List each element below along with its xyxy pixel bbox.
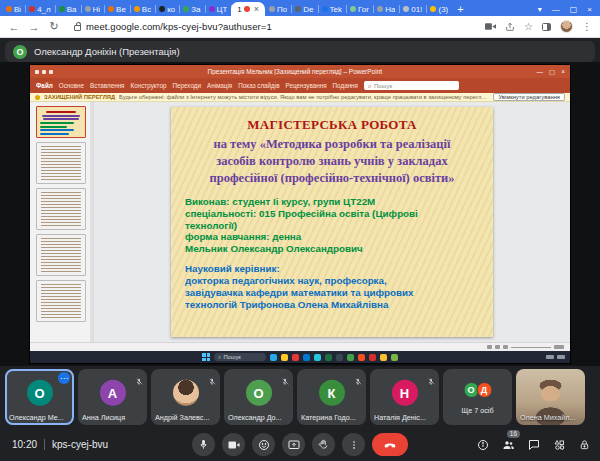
taskbar-app-icon[interactable]	[292, 354, 299, 361]
taskbar-app-icon[interactable]	[314, 354, 321, 361]
taskbar-app-icon[interactable]	[325, 354, 332, 361]
view-sorter-icon[interactable]	[495, 345, 500, 349]
tab[interactable]: ЦТ	[205, 2, 232, 16]
tab-title: 4_л	[37, 5, 51, 14]
camera-button[interactable]	[222, 433, 245, 456]
tab-active[interactable]: 1×	[231, 2, 265, 16]
slide-thumbnail-2[interactable]	[36, 142, 86, 184]
start-button[interactable]	[202, 353, 210, 361]
meeting-details-button[interactable]	[477, 439, 489, 451]
close-button[interactable]: ×	[587, 5, 592, 14]
powerpoint-window-controls[interactable]: —▢×	[537, 68, 565, 76]
participant-tile[interactable]: ООлександр Ме...⋯	[5, 369, 74, 425]
host-controls-button[interactable]	[579, 439, 590, 451]
present-button[interactable]	[282, 433, 305, 456]
profile-avatar[interactable]	[560, 20, 573, 33]
more-options-button[interactable]	[342, 433, 365, 456]
taskbar-app-icon[interactable]	[391, 354, 398, 361]
tab-title: Ва	[67, 5, 77, 14]
tab[interactable]: Ве	[104, 2, 130, 16]
browser-menu-icon[interactable]: ⋮	[582, 21, 592, 32]
participant-tile[interactable]: ККатерина Годо...	[297, 369, 366, 425]
system-tray[interactable]	[546, 351, 565, 363]
tab[interactable]: De	[291, 2, 317, 16]
ribbon-tab[interactable]: Показ слайдів	[238, 82, 279, 89]
forward-button[interactable]: →	[28, 21, 40, 33]
maximize-button[interactable]: ▢	[570, 5, 578, 14]
chrome-urlbar: ← → ↻ meet.google.com/kps-cyej-bvu?authu…	[0, 16, 600, 38]
participant-tile[interactable]: Андрій Залевс...	[151, 369, 220, 425]
address-bar[interactable]: meet.google.com/kps-cyej-bvu?authuser=1	[68, 19, 477, 35]
tab-favicon	[350, 6, 356, 12]
tab[interactable]: Ві	[2, 2, 25, 16]
activities-button[interactable]	[553, 439, 566, 451]
ribbon-tab[interactable]: Анімація	[207, 82, 232, 89]
end-call-button[interactable]	[372, 433, 408, 456]
tab[interactable]: 01!	[399, 2, 426, 16]
raise-hand-button[interactable]	[312, 433, 335, 456]
ribbon-tab[interactable]: Вставлення	[90, 82, 124, 89]
people-button[interactable]: 16	[502, 439, 515, 451]
tab-close-icon[interactable]: ×	[254, 4, 259, 14]
tab[interactable]: Ні	[81, 2, 105, 16]
taskbar-app-icon[interactable]	[281, 354, 288, 361]
tab[interactable]: 4_л	[25, 2, 55, 16]
avatar: К	[319, 380, 345, 406]
reload-button[interactable]: ↻	[48, 20, 60, 33]
tab-search-icon[interactable]: ▾	[538, 5, 542, 14]
reactions-button[interactable]	[252, 433, 275, 456]
taskbar-search[interactable]: Пошук	[214, 353, 266, 361]
ribbon-tab[interactable]: Подання	[333, 82, 358, 89]
ribbon-search-box[interactable]: Пошук	[364, 81, 459, 90]
slide-thumbnail-panel[interactable]	[30, 102, 94, 342]
participant-name: Олена Михайл...	[520, 413, 581, 422]
mic-button[interactable]	[192, 433, 215, 456]
zoom-slider[interactable]	[511, 347, 551, 348]
taskbar-app-icon[interactable]	[380, 354, 387, 361]
new-tab-button[interactable]: +	[457, 3, 463, 15]
avatar: А	[100, 380, 126, 406]
taskbar-app-icon[interactable]	[303, 354, 310, 361]
slide-thumbnail-5[interactable]	[36, 280, 86, 322]
chat-button[interactable]	[528, 439, 540, 451]
tab[interactable]: За	[179, 2, 204, 16]
minimize-button[interactable]: —	[552, 5, 560, 14]
tab[interactable]: На	[373, 2, 399, 16]
bookmark-star-icon[interactable]: ☆	[524, 21, 533, 32]
taskbar-app-icon[interactable]	[358, 354, 365, 361]
side-panel-icon[interactable]	[542, 23, 551, 31]
view-normal-icon[interactable]	[487, 345, 492, 349]
taskbar-app-icon[interactable]	[369, 354, 376, 361]
participant-tile[interactable]: ОДЩе 7 осіб	[443, 369, 512, 425]
back-button[interactable]: ←	[8, 21, 20, 33]
ribbon-tab[interactable]: Основне	[59, 82, 84, 89]
share-icon[interactable]	[505, 18, 515, 36]
ribbon-tab[interactable]: Конструктор	[131, 82, 167, 89]
slide-thumbnail-1[interactable]	[36, 106, 86, 138]
tab[interactable]: Ва	[55, 2, 81, 16]
taskbar-app-icon[interactable]	[336, 354, 343, 361]
participant-tile[interactable]: ООлександр До...	[224, 369, 293, 425]
participant-tile[interactable]: ННаталія Деніс...	[370, 369, 439, 425]
tab[interactable]: Гог	[346, 2, 373, 16]
slide-thumbnail-3[interactable]	[36, 188, 86, 230]
ribbon-tab[interactable]: Переходи	[172, 82, 201, 89]
tab[interactable]: Tek	[318, 2, 346, 16]
tab[interactable]: ко	[155, 2, 179, 16]
enable-editing-button[interactable]: Увімкнути редагування	[493, 93, 565, 101]
taskbar-app-icon[interactable]	[347, 354, 354, 361]
camera-in-use-icon[interactable]	[485, 22, 496, 31]
taskbar-app-icon[interactable]	[270, 354, 277, 361]
tile-more-button[interactable]: ⋯	[58, 372, 70, 384]
participant-tile[interactable]: Олена Михайл...	[516, 369, 585, 425]
slide-thumbnail-4[interactable]	[36, 234, 86, 276]
tab[interactable]: Вс	[130, 2, 155, 16]
tab[interactable]: (3)	[426, 2, 452, 16]
view-slideshow-icon[interactable]	[503, 345, 508, 349]
participant-tile[interactable]: ААнна Лисиця	[78, 369, 147, 425]
ribbon-tab[interactable]: Файл	[36, 82, 53, 89]
tab-favicon	[295, 6, 301, 12]
tab[interactable]: По	[265, 2, 291, 16]
tab-title: Ве	[116, 5, 126, 14]
ribbon-tab[interactable]: Рецензування	[286, 82, 327, 89]
